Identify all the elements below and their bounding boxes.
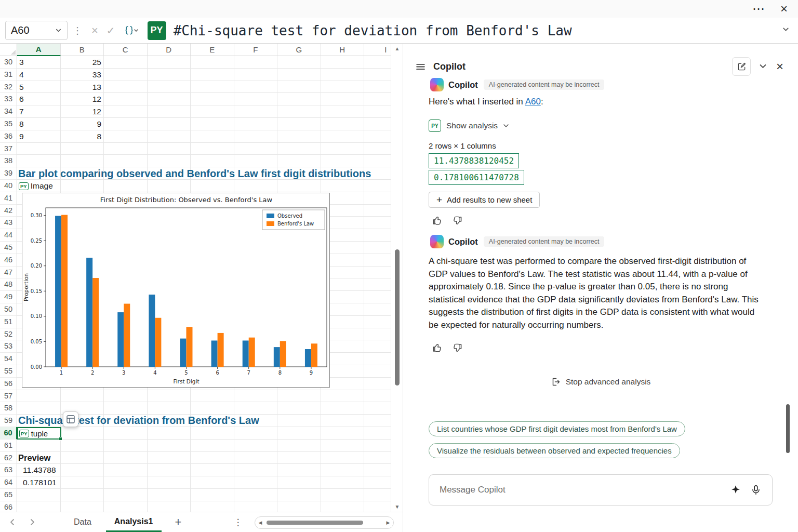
row-header-61[interactable]: 61 xyxy=(0,440,17,452)
cell-G66[interactable] xyxy=(277,501,321,512)
cell-E37[interactable] xyxy=(191,143,234,155)
cell-C31[interactable] xyxy=(104,69,148,81)
cell-E62[interactable] xyxy=(191,452,234,464)
cell-C63[interactable] xyxy=(104,464,148,476)
cell-E32[interactable] xyxy=(191,81,234,94)
cell-E65[interactable] xyxy=(191,489,234,501)
cell-G36[interactable] xyxy=(277,130,321,143)
cell-A36[interactable]: 9 xyxy=(17,130,61,143)
cell-E34[interactable] xyxy=(191,105,234,118)
cell-E33[interactable] xyxy=(191,93,234,105)
cell-F65[interactable] xyxy=(234,489,278,501)
cell-B65[interactable] xyxy=(61,489,104,501)
cell-I49[interactable] xyxy=(364,291,391,303)
cell-D64[interactable] xyxy=(148,476,191,489)
row-header-30[interactable]: 30 xyxy=(0,56,17,69)
cell-G59[interactable] xyxy=(277,415,321,427)
col-header-B[interactable]: B xyxy=(61,44,104,56)
cell-F30[interactable] xyxy=(234,56,278,69)
cell-I32[interactable] xyxy=(364,81,391,94)
cell-H66[interactable] xyxy=(321,501,365,512)
col-header-A[interactable]: A xyxy=(17,44,61,56)
scroll-down-icon[interactable]: ▼ xyxy=(391,504,403,510)
select-all-corner[interactable] xyxy=(0,44,17,56)
name-box[interactable]: A60 xyxy=(5,21,68,40)
cell-E57[interactable] xyxy=(191,390,234,403)
cell-I30[interactable] xyxy=(364,56,391,69)
cell-G35[interactable] xyxy=(277,118,321,130)
sheet-options-icon[interactable]: ⋮ xyxy=(233,517,242,528)
cell-B62[interactable] xyxy=(61,452,104,464)
cell-B31[interactable]: 33 xyxy=(61,69,104,81)
message-copilot-input[interactable] xyxy=(440,485,730,495)
cell-B33[interactable]: 12 xyxy=(61,93,104,105)
cell-G40[interactable] xyxy=(277,180,321,192)
sheet-nav-next-icon[interactable] xyxy=(28,518,36,526)
cell-C57[interactable] xyxy=(104,390,148,403)
cell-H36[interactable] xyxy=(321,130,365,143)
show-analysis-toggle[interactable]: PY Show analysis xyxy=(429,119,510,132)
row39-heading[interactable]: Bar plot comparing observed and Benford'… xyxy=(18,168,371,180)
row-header-49[interactable]: 49 xyxy=(0,291,17,303)
cell-H59[interactable] xyxy=(321,415,365,427)
row-header-54[interactable]: 54 xyxy=(0,353,17,365)
cell-H58[interactable] xyxy=(321,402,365,415)
cell-B32[interactable]: 13 xyxy=(61,81,104,94)
cell-D57[interactable] xyxy=(148,390,191,403)
cell-G58[interactable] xyxy=(277,402,321,415)
cell-D63[interactable] xyxy=(148,464,191,476)
cell-D66[interactable] xyxy=(148,501,191,512)
stop-advanced-analysis-button[interactable]: Stop advanced analysis xyxy=(403,377,798,387)
cell-C32[interactable] xyxy=(104,81,148,94)
cell-I48[interactable] xyxy=(364,278,391,291)
cell-H60[interactable] xyxy=(321,427,365,440)
cell-C58[interactable] xyxy=(104,402,148,415)
cell-I56[interactable] xyxy=(364,378,391,390)
cell-A61[interactable] xyxy=(17,440,61,452)
cell-F31[interactable] xyxy=(234,69,278,81)
row59-heading[interactable]: Chi-square test for deviation from Benfo… xyxy=(18,415,259,427)
cell-H38[interactable] xyxy=(321,155,365,167)
cell-B34[interactable]: 12 xyxy=(61,105,104,118)
cell-C40[interactable] xyxy=(104,180,148,192)
cell-I51[interactable] xyxy=(364,316,391,328)
cell-G30[interactable] xyxy=(277,56,321,69)
cell-H57[interactable] xyxy=(321,390,365,403)
cell-H62[interactable] xyxy=(321,452,365,464)
cell-B37[interactable] xyxy=(61,143,104,155)
cell-A58[interactable] xyxy=(17,402,61,415)
formula-input[interactable]: #Chi-square test for deviation from Benf… xyxy=(170,23,782,38)
row-header-55[interactable]: 55 xyxy=(0,365,17,378)
cell-C36[interactable] xyxy=(104,130,148,143)
row-header-60[interactable]: 60 xyxy=(0,427,17,440)
row-header-34[interactable]: 34 xyxy=(0,105,17,118)
col-header-I[interactable]: I xyxy=(364,44,391,56)
python-formula-menu-icon[interactable] xyxy=(124,25,138,36)
window-close-icon[interactable]: × xyxy=(780,3,788,15)
cell-B64[interactable] xyxy=(61,476,104,489)
row-header-62[interactable]: 62 xyxy=(0,452,17,464)
cell-I37[interactable] xyxy=(364,143,391,155)
cell-I33[interactable] xyxy=(364,93,391,105)
grid-vertical-scrollbar[interactable]: ▲ ▼ xyxy=(391,44,403,512)
cell-C66[interactable] xyxy=(104,501,148,512)
row-header-56[interactable]: 56 xyxy=(0,378,17,390)
cell-D58[interactable] xyxy=(148,402,191,415)
collapse-pane-icon[interactable] xyxy=(759,62,767,73)
cell-B36[interactable]: 8 xyxy=(61,130,104,143)
cell-F66[interactable] xyxy=(234,501,278,512)
cell-C33[interactable] xyxy=(104,93,148,105)
cell-B35[interactable]: 9 xyxy=(61,118,104,130)
thumbs-up-icon[interactable] xyxy=(432,342,443,353)
thumbs-up-icon[interactable] xyxy=(432,215,443,226)
row-header-64[interactable]: 64 xyxy=(0,476,17,489)
row-header-46[interactable]: 46 xyxy=(0,254,17,267)
cell-A34[interactable]: 7 xyxy=(17,105,61,118)
cell-I40[interactable] xyxy=(364,180,391,192)
cell-G31[interactable] xyxy=(277,69,321,81)
row40-py-image[interactable]: PY Image xyxy=(19,180,53,192)
cell-I62[interactable] xyxy=(364,452,391,464)
cell-A37[interactable] xyxy=(17,143,61,155)
cell-D33[interactable] xyxy=(148,93,191,105)
cell-A38[interactable] xyxy=(17,155,61,167)
